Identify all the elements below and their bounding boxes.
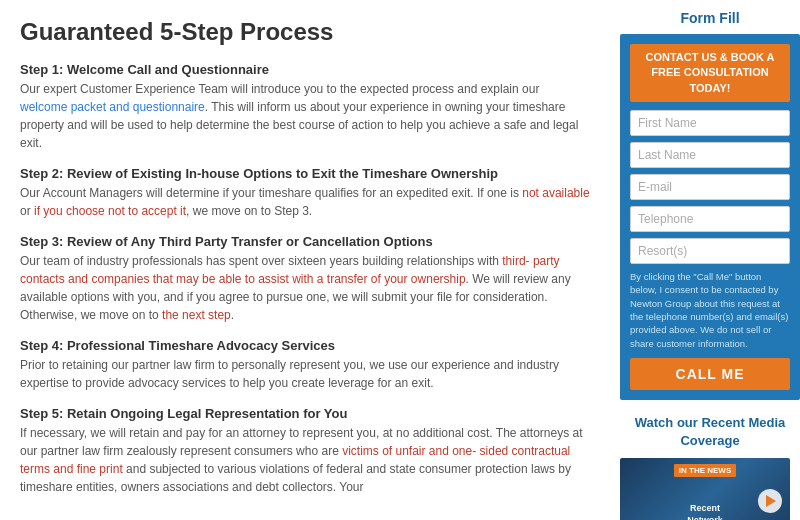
step-3-body: Our team of industry professionals has s… [20,252,590,324]
form-box: CONTACT US & BOOK A FREE CONSULTATION TO… [620,34,800,400]
step-3-title: Step 3: Review of Any Third Party Transf… [20,234,590,249]
play-icon [766,495,776,507]
step-5-title: Step 5: Retain Ongoing Legal Representat… [20,406,590,421]
video-news-badge: IN THE NEWS [674,464,736,477]
page-title: Guaranteed 5-Step Process [20,18,590,46]
form-fill-title: Form Fill [620,10,800,26]
step-3: Step 3: Review of Any Third Party Transf… [20,234,590,324]
watch-section: Watch our Recent Media Coverage IN THE N… [620,414,800,520]
step-1: Step 1: Welcome Call and Questionnaire O… [20,62,590,152]
step-4-body: Prior to retaining our partner law firm … [20,356,590,392]
call-me-button[interactable]: CALL ME [630,358,790,390]
step-5-body: If necessary, we will retain and pay for… [20,424,590,496]
step-4: Step 4: Professional Timeshare Advocacy … [20,338,590,392]
sidebar: Form Fill CONTACT US & BOOK A FREE CONSU… [610,0,800,520]
form-box-header: CONTACT US & BOOK A FREE CONSULTATION TO… [630,44,790,102]
step-2: Step 2: Review of Existing In-house Opti… [20,166,590,220]
first-name-input[interactable] [630,110,790,136]
resort-input[interactable] [630,238,790,264]
telephone-input[interactable] [630,206,790,232]
step-4-title: Step 4: Professional Timeshare Advocacy … [20,338,590,353]
consent-text: By clicking the "Call Me" button below, … [630,270,790,350]
step-1-body: Our expert Customer Experience Team will… [20,80,590,152]
watch-title: Watch our Recent Media Coverage [620,414,800,450]
video-thumbnail[interactable]: IN THE NEWS RecentNetworkAppearances [620,458,790,520]
main-content: Guaranteed 5-Step Process Step 1: Welcom… [0,0,610,520]
play-button[interactable] [758,489,782,513]
last-name-input[interactable] [630,142,790,168]
step-1-title: Step 1: Welcome Call and Questionnaire [20,62,590,77]
step-2-title: Step 2: Review of Existing In-house Opti… [20,166,590,181]
step-5: Step 5: Retain Ongoing Legal Representat… [20,406,590,496]
email-input[interactable] [630,174,790,200]
step-2-body: Our Account Managers will determine if y… [20,184,590,220]
